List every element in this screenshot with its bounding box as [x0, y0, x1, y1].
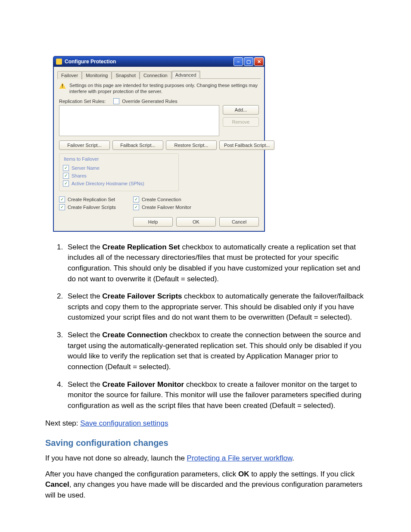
tab-failover[interactable]: Failover — [57, 71, 82, 79]
titlebar[interactable]: Configure Protection – ▢ ✕ — [53, 56, 265, 67]
maximize-button[interactable]: ▢ — [244, 57, 253, 66]
tab-snapshot[interactable]: Snapshot — [112, 71, 139, 79]
ok-button[interactable]: OK — [176, 217, 216, 227]
instruction-list: Select the Create Replication Set checkb… — [45, 242, 366, 411]
tab-strip: Failover Monitoring Snapshot Connection … — [57, 70, 261, 79]
create-failover-monitor-checkbox[interactable]: ✓ — [133, 204, 139, 210]
warning-icon — [59, 83, 66, 89]
paragraph: After you have changed the configuration… — [45, 469, 366, 501]
app-icon — [56, 59, 62, 65]
failback-script-button[interactable]: Failback Script... — [112, 140, 163, 150]
ad-hostname-label: Active Directory Hostname (SPNs) — [72, 181, 144, 186]
server-name-checkbox: ✓ — [63, 165, 69, 171]
items-to-failover-group: Items to Failover ✓ Server Name ✓ Shares… — [59, 153, 179, 191]
restore-script-button[interactable]: Restore Script... — [166, 140, 217, 150]
create-failover-monitor-label: Create Failover Monitor — [142, 205, 191, 210]
list-item: Select the Create Failover Monitor check… — [65, 380, 366, 411]
configure-protection-window: Configure Protection – ▢ ✕ Failover Moni… — [53, 56, 265, 232]
section-heading: Saving configuration changes — [45, 438, 366, 448]
warning-text: Settings on this page are intended for t… — [69, 82, 259, 95]
ad-hostname-checkbox[interactable]: ✓ — [63, 180, 69, 187]
next-step-line: Next step: Save configuration settings — [45, 418, 366, 429]
override-rules-label: Override Generated Rules — [122, 99, 177, 104]
tab-monitoring[interactable]: Monitoring — [82, 71, 112, 79]
list-item: Select the Create Failover Scripts check… — [65, 291, 366, 323]
window-title: Configure Protection — [65, 59, 234, 65]
add-button[interactable]: Add... — [223, 105, 259, 115]
create-failover-scripts-label: Create Failover Scripts — [68, 205, 116, 210]
term-create-failover-monitor: Create Failover Monitor — [102, 380, 184, 389]
tab-connection[interactable]: Connection — [140, 71, 171, 79]
help-button[interactable]: Help — [133, 217, 173, 227]
create-connection-label: Create Connection — [142, 197, 181, 202]
cancel-button[interactable]: Cancel — [219, 217, 259, 227]
post-failback-script-button[interactable]: Post Failback Script... — [219, 140, 274, 150]
save-configuration-link[interactable]: Save configuration settings — [80, 419, 168, 427]
rules-listbox[interactable] — [59, 105, 219, 136]
shares-checkbox[interactable]: ✓ — [63, 173, 69, 179]
tab-advanced[interactable]: Advanced — [171, 71, 200, 79]
term-create-failover-scripts: Create Failover Scripts — [102, 292, 182, 300]
create-failover-scripts-checkbox[interactable]: ✓ — [59, 204, 65, 210]
items-group-title: Items to Failover — [62, 156, 100, 162]
remove-button: Remove — [223, 117, 259, 127]
override-rules-checkbox[interactable] — [113, 98, 119, 104]
create-replication-set-label: Create Replication Set — [68, 197, 115, 202]
term-create-replication-set: Create Replication Set — [102, 243, 180, 251]
failover-script-button[interactable]: Failover Script... — [59, 140, 110, 150]
list-item: Select the Create Replication Set checkb… — [65, 242, 366, 285]
create-replication-set-checkbox[interactable]: ✓ — [59, 196, 65, 202]
list-item: Select the Create Connection checkbox to… — [65, 330, 366, 373]
create-connection-checkbox[interactable]: ✓ — [133, 196, 139, 202]
term-create-connection: Create Connection — [102, 331, 167, 339]
warning-notice: Settings on this page are intended for t… — [57, 79, 261, 97]
server-name-label: Server Name — [72, 165, 100, 171]
shares-label: Shares — [72, 173, 87, 178]
workflow-link[interactable]: Protecting a File server workflow — [187, 454, 293, 462]
close-button[interactable]: ✕ — [254, 57, 264, 66]
replication-rules-label: Replication Set Rules: — [59, 99, 106, 104]
minimize-button[interactable]: – — [234, 57, 243, 66]
paragraph: If you have not done so already, launch … — [45, 453, 366, 464]
